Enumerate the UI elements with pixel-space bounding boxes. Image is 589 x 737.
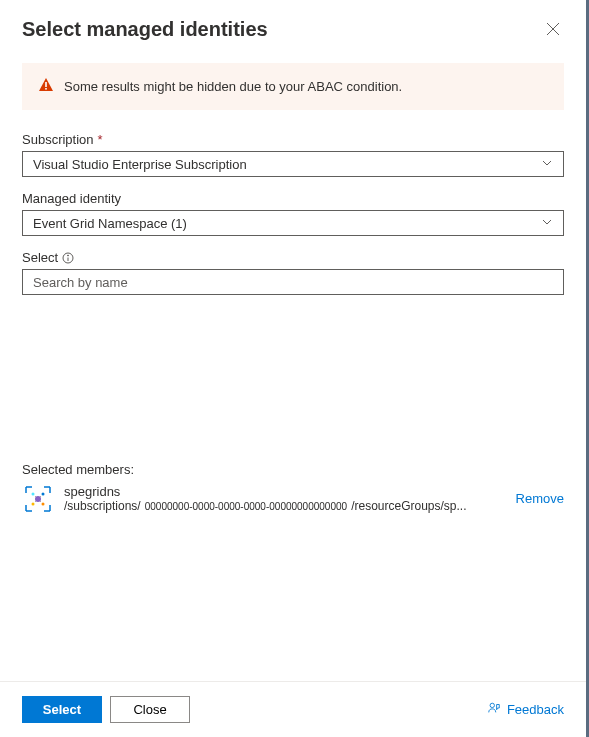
svg-line-15 xyxy=(40,501,41,502)
warning-icon xyxy=(38,77,54,96)
close-footer-button[interactable]: Close xyxy=(110,696,190,723)
svg-line-13 xyxy=(40,496,41,497)
subscription-label: Subscription * xyxy=(22,132,564,147)
managed-identity-label: Managed identity xyxy=(22,191,564,206)
search-input[interactable] xyxy=(22,269,564,295)
subscription-dropdown[interactable]: Visual Studio Enterprise Subscription xyxy=(22,151,564,177)
chevron-down-icon xyxy=(541,216,553,231)
svg-point-11 xyxy=(42,502,45,505)
select-label: Select xyxy=(22,250,564,265)
close-icon xyxy=(546,23,560,39)
svg-point-16 xyxy=(490,703,494,707)
panel-title: Select managed identities xyxy=(22,18,268,41)
svg-point-9 xyxy=(42,492,45,495)
svg-rect-2 xyxy=(45,82,47,87)
svg-point-8 xyxy=(32,492,35,495)
managed-identity-value: Event Grid Namespace (1) xyxy=(33,216,187,231)
close-button[interactable] xyxy=(542,18,564,43)
feedback-icon xyxy=(487,701,501,718)
subscription-value: Visual Studio Enterprise Subscription xyxy=(33,157,247,172)
svg-point-10 xyxy=(32,502,35,505)
svg-line-14 xyxy=(35,501,36,502)
managed-identity-dropdown[interactable]: Event Grid Namespace (1) xyxy=(22,210,564,236)
required-marker: * xyxy=(98,132,103,147)
info-icon[interactable] xyxy=(62,252,74,264)
selected-members-heading: Selected members: xyxy=(22,462,564,477)
resource-icon xyxy=(22,483,54,515)
selected-member-row: spegridns /subscriptions/ 00000000-0000-… xyxy=(22,483,564,515)
svg-line-12 xyxy=(35,496,36,497)
svg-rect-3 xyxy=(45,88,47,90)
member-name: spegridns xyxy=(64,484,506,499)
select-button[interactable]: Select xyxy=(22,696,102,723)
warning-text: Some results might be hidden due to your… xyxy=(64,79,402,94)
member-path: /subscriptions/ 00000000-0000-0000-0000-… xyxy=(64,499,506,513)
svg-point-6 xyxy=(68,255,69,256)
remove-link[interactable]: Remove xyxy=(516,491,564,506)
abac-warning-banner: Some results might be hidden due to your… xyxy=(22,63,564,110)
chevron-down-icon xyxy=(541,157,553,172)
feedback-link[interactable]: Feedback xyxy=(487,701,564,718)
